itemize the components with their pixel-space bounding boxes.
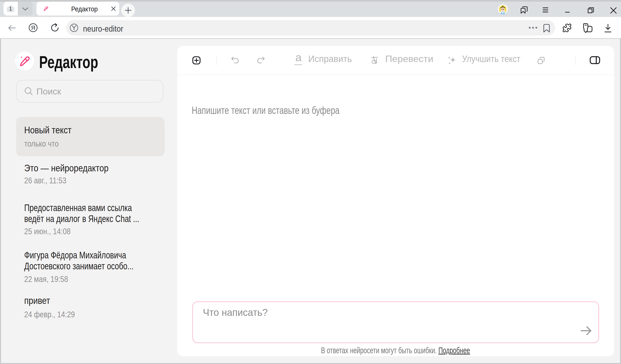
svg-text:1: 1 (9, 6, 12, 12)
svg-text:Я: Я (31, 25, 35, 31)
